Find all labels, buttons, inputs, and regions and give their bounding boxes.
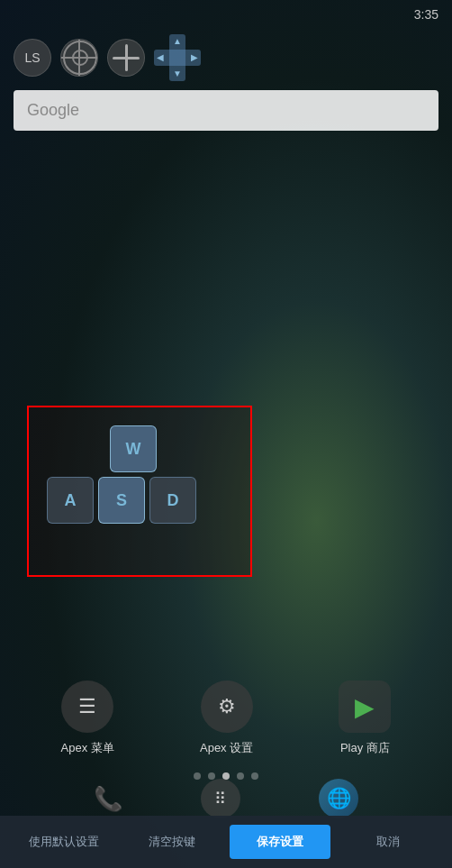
dpad-left-arrow: ◀	[157, 53, 164, 62]
wasd-top-row: W	[47, 425, 232, 472]
phone-button[interactable]: 📞	[94, 785, 122, 813]
wasd-bottom-row: A S D	[47, 477, 232, 524]
dpad-down-arrow: ▼	[173, 69, 182, 78]
action-bar: 使用默认设置 清空按键 保存设置 取消	[0, 816, 452, 868]
play-store-icon-box: ▶	[339, 681, 391, 733]
cancel-button[interactable]: 取消	[338, 825, 438, 859]
save-settings-button[interactable]: 保存设置	[230, 825, 330, 859]
play-store-symbol: ▶	[355, 692, 375, 722]
apex-menu-icon[interactable]: ☰ Apex 菜单	[61, 681, 114, 756]
scope-crosshair-vertical	[78, 39, 80, 77]
dpad-right-arrow: ▶	[191, 53, 198, 62]
apps-button[interactable]: ⠿	[201, 779, 240, 818]
s-key-label: S	[116, 491, 127, 510]
a-key[interactable]: A	[47, 477, 94, 524]
cross-vertical	[125, 44, 128, 71]
wasd-area: W A S D	[27, 406, 252, 577]
w-key[interactable]: W	[110, 425, 157, 472]
w-key-label: W	[126, 440, 141, 459]
apex-menu-label: Apex 菜单	[61, 740, 114, 756]
move-cross-icon	[108, 39, 144, 77]
time-display: 3:35	[414, 7, 438, 22]
apex-menu-icon-circle: ☰	[61, 681, 113, 733]
play-store-icon[interactable]: ▶ Play 商店	[339, 681, 391, 756]
globe-button[interactable]: 🌐	[319, 779, 358, 818]
phone-icon: 📞	[94, 785, 122, 812]
a-key-label: A	[65, 491, 77, 510]
ls-label: LS	[24, 50, 40, 65]
s-key[interactable]: S	[98, 477, 145, 524]
search-bar[interactable]: Google	[14, 90, 438, 131]
apex-settings-symbol: ⚙	[218, 695, 236, 718]
search-placeholder: Google	[27, 101, 79, 119]
top-toolbar: LS ▲ ▼ ◀ ▶	[0, 27, 214, 88]
d-key[interactable]: D	[149, 477, 196, 524]
use-default-button[interactable]: 使用默认设置	[14, 825, 114, 859]
play-store-label: Play 商店	[340, 740, 390, 756]
apex-settings-icon-circle: ⚙	[201, 681, 253, 733]
clear-keys-button[interactable]: 清空按键	[122, 825, 222, 859]
apex-menu-symbol: ☰	[78, 695, 96, 718]
apex-settings-label: Apex 设置	[200, 740, 253, 756]
globe-icon: 🌐	[327, 787, 351, 810]
ls-button[interactable]: LS	[14, 39, 51, 77]
dpad-up-arrow: ▲	[173, 37, 182, 46]
apex-settings-icon[interactable]: ⚙ Apex 设置	[200, 681, 253, 756]
dpad-control[interactable]: ▲ ▼ ◀ ▶	[154, 34, 201, 81]
dpad-horizontal: ◀ ▶	[154, 50, 201, 66]
bottom-area: ☰ Apex 菜单 ⚙ Apex 设置 ▶ Play 商店	[0, 672, 452, 787]
scope-icon	[61, 39, 97, 77]
apps-icon: ⠿	[214, 789, 226, 809]
status-bar: 3:35	[401, 0, 452, 29]
dock-icons: ☰ Apex 菜单 ⚙ Apex 设置 ▶ Play 商店	[0, 672, 452, 765]
move-button[interactable]	[107, 39, 145, 77]
scope-button[interactable]	[60, 39, 98, 77]
d-key-label: D	[167, 491, 179, 510]
